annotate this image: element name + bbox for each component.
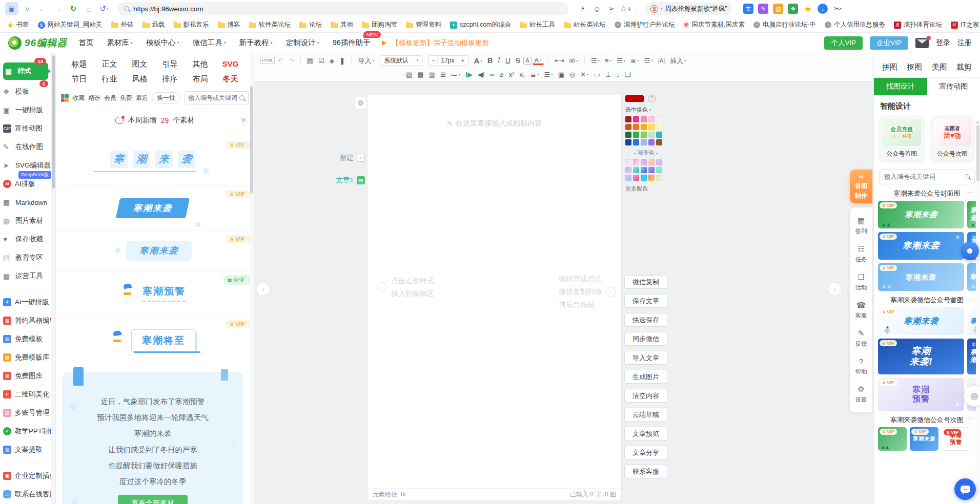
color-swatch[interactable] <box>625 132 631 138</box>
color-swatch[interactable] <box>625 124 631 130</box>
design-thumbnail[interactable]: VIP 寒潮来袭 <box>878 263 964 291</box>
scrollbar-thumb[interactable] <box>250 86 253 194</box>
hot-search-text[interactable]: 周杰伦称被新歌“逼疯” <box>665 5 727 13</box>
rail-item[interactable]: ❑ 活动 <box>850 268 872 296</box>
smart-design-card[interactable]: 会员充值 ☺→ 特惠 公众号首图 <box>879 115 925 163</box>
color-swatch[interactable] <box>656 124 662 130</box>
bookmark-item[interactable]: ◔ 个人信用信息服务 <box>825 20 885 29</box>
rail-item[interactable]: ▦ 签到 <box>850 212 872 240</box>
design-tool-tab[interactable]: 拼图 <box>882 62 897 72</box>
sidebar-item[interactable]: ▤ ▤ 免费模板 <box>3 332 50 346</box>
browser-nav-icon[interactable]: ← <box>36 2 49 15</box>
bookmark-item[interactable]: 影视音乐 <box>174 20 209 29</box>
bookmark-item[interactable]: 管理资料 <box>406 20 441 29</box>
scrollbar-thumb[interactable] <box>976 125 979 181</box>
sidebar-item[interactable]: ▦ Markdown <box>3 196 50 209</box>
design-tool-tab[interactable]: 抠图 <box>907 62 922 72</box>
font-family-select[interactable]: 系统默认▾ <box>380 55 423 66</box>
color-swatch[interactable] <box>656 132 662 138</box>
sidebar-scrollbar[interactable] <box>51 53 55 504</box>
toolbar-icon-button[interactable]: ▤ <box>415 70 425 79</box>
sidebar-item[interactable]: ▨ ▨ 免费模版库 <box>3 351 50 364</box>
toolbar-icon-button[interactable]: ☰▾ <box>589 56 602 65</box>
toolbar-icon-button[interactable]: ∞ <box>488 70 497 79</box>
toolbar-icon-button[interactable]: ≣▾ <box>628 56 641 65</box>
nav-item[interactable]: 定制设计 ▾ <box>286 38 319 48</box>
category-grid-icon[interactable] <box>61 94 69 102</box>
material-tab[interactable]: 行业 <box>94 74 125 84</box>
more-icon[interactable]: ··· <box>966 414 974 422</box>
bookmark-item[interactable]: ✦ szcphl.com的综合 <box>450 20 511 29</box>
decrease-font-button[interactable]: - <box>429 57 437 64</box>
new-article-tab[interactable]: 新建 + <box>320 153 365 162</box>
action-button[interactable]: 文章预览 <box>624 427 667 440</box>
toolbar-text-button[interactable]: U <box>503 56 513 65</box>
toolbar-icon-button[interactable]: ≣▾ <box>528 70 541 79</box>
gear-icon[interactable]: ⚙ <box>355 97 367 109</box>
view-all-materials-button[interactable]: 查看全部素材 <box>118 495 188 504</box>
toolbar-icon-button[interactable]: ▤ <box>305 56 315 65</box>
sidebar-item[interactable]: ✎ 在线作图 <box>3 140 50 154</box>
design-search[interactable] <box>879 169 975 184</box>
extension-icon[interactable]: ✎ <box>758 4 768 14</box>
cover-maker-button[interactable]: ✂ 首图制作 <box>850 170 872 203</box>
bookmark-item[interactable]: ❋ 国庆节素材,国庆素 <box>684 20 745 29</box>
action-button[interactable]: 快速保存 <box>624 313 667 327</box>
filter-link[interactable]: 最近 <box>136 94 148 102</box>
sidebar-item[interactable]: ✦ ✦ AI一键排版 <box>3 296 50 309</box>
toolbar-icon-button[interactable]: ☰▾ <box>542 70 555 79</box>
browser-nav-icon[interactable]: ↺▾ <box>97 2 111 15</box>
gradient-swatch[interactable] <box>625 167 631 173</box>
design-thumbnail-small[interactable]: VIP 寒潮预警 <box>942 427 970 451</box>
design-thumbnail[interactable]: VIP 寒潮来袭 <box>878 201 964 228</box>
toolbar-icon-button[interactable]: ❏ <box>623 70 633 79</box>
filter-link[interactable]: 会员 <box>104 94 116 102</box>
rail-item[interactable]: ✎ 反馈 <box>850 324 872 352</box>
action-button[interactable]: 导入文章 <box>624 351 667 365</box>
bookmark-item[interactable]: 站长工具 <box>520 20 555 29</box>
toolbar-text-button[interactable]: A <box>523 57 531 65</box>
bookmark-item[interactable]: S 网站关键词_网站关 <box>38 20 103 29</box>
color-swatch[interactable] <box>641 139 647 145</box>
toolbar-text-button[interactable]: x₂ <box>517 70 527 79</box>
material-tab[interactable]: 引导 <box>155 59 185 69</box>
material-item-4[interactable]: 企业 寒潮预警 <box>56 271 250 316</box>
sidebar-item[interactable]: ▣ ▣ 企业定制插件 <box>3 469 50 482</box>
nav-item[interactable]: 素材库 ▾ <box>107 38 133 48</box>
design-search-input[interactable] <box>884 173 962 180</box>
extension-icon[interactable]: ✂▾ <box>832 4 843 14</box>
color-swatch[interactable] <box>641 116 647 122</box>
sidebar-item[interactable]: ▨ ▨ 简约风格编辑 <box>3 314 50 327</box>
more-icon[interactable]: ··· <box>966 188 974 196</box>
sidebar-item[interactable]: ✔ ✔ 教学PPT制作 <box>3 425 50 438</box>
toolbar-icon-button[interactable]: ☲▾ <box>642 56 655 65</box>
material-tab[interactable]: 布局 <box>185 74 215 84</box>
rail-item[interactable]: ☷ 任务 <box>850 240 872 268</box>
toolbar-icon-button[interactable]: ⊞ <box>438 70 448 79</box>
login-link[interactable]: 登录 <box>936 38 950 48</box>
sidebar-item[interactable]: GIF GIF 宣传动图 <box>3 122 50 135</box>
material-tab[interactable]: 其他 <box>185 59 215 69</box>
material-item-6[interactable]: ❄ ❄ ❄ 近日，气象部门发布了寒潮预警预计我国多地将迎来一轮降温天气寒潮的来袭… <box>62 372 243 504</box>
gradient-swatch[interactable] <box>641 175 647 181</box>
toolbar-text-button[interactable]: 导入▾ <box>356 56 376 65</box>
extension-icon[interactable]: 文 <box>743 4 753 14</box>
color-swatch[interactable] <box>648 132 655 138</box>
material-item-3[interactable]: VIP ❄ 寒潮来袭 <box>56 231 250 271</box>
browser-nav-icon[interactable]: ⌂ <box>82 2 95 15</box>
close-icon[interactable]: ✕ <box>240 116 247 124</box>
sidebar-item[interactable]: ❖ 模板 9 <box>3 85 50 98</box>
gradient-swatch[interactable] <box>648 167 655 173</box>
material-tab[interactable]: 图文 <box>125 59 155 69</box>
toolbar-icon-button[interactable]: ☴▾ <box>615 56 627 65</box>
design-tool-tab[interactable]: 裁剪 <box>956 62 972 72</box>
increase-font-button[interactable]: + <box>458 57 468 64</box>
design-thumbnail-small[interactable]: VIP <box>878 427 907 451</box>
gradient-swatch[interactable] <box>656 167 662 173</box>
current-color-swatch[interactable] <box>625 95 644 102</box>
article-1-tab[interactable]: 文章1 ▤ <box>320 176 365 185</box>
gradient-swatch[interactable] <box>641 167 647 173</box>
toolbar-text-button[interactable]: B <box>485 56 495 65</box>
sidebar-item[interactable]: P P 二维码美化 <box>3 388 50 401</box>
help-icon[interactable]: ? <box>648 95 656 102</box>
